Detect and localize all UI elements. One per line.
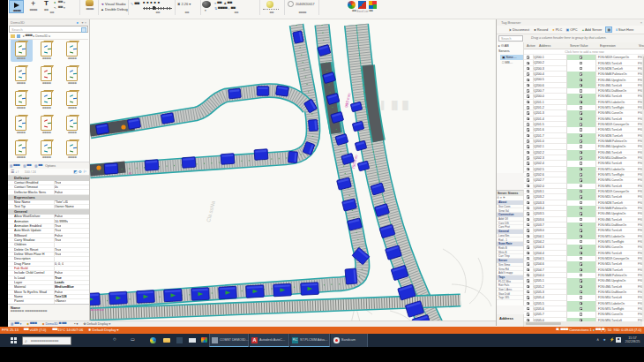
svg-text:Cla ssNa: Cla ssNa <box>206 200 216 223</box>
svg-text:F1: F1 <box>129 172 132 176</box>
svg-text:▌ ▐▌ █: ▌ ▐▌ █ <box>381 100 408 110</box>
svg-text:Accumulat: Accumulat <box>91 308 104 312</box>
svg-text:980 mm: 980 mm <box>344 93 351 108</box>
